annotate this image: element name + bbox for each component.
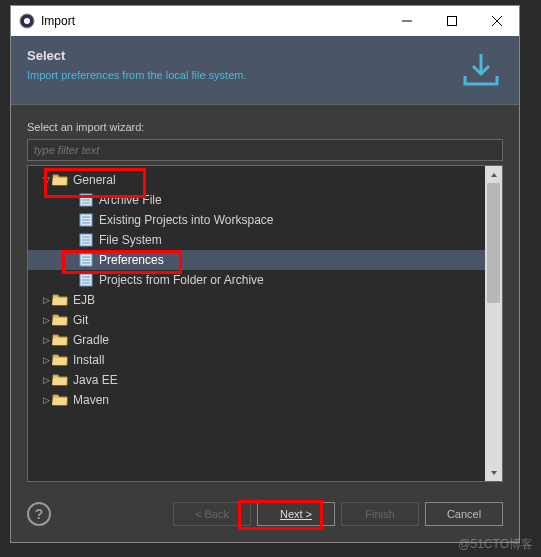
scroll-thumb[interactable] xyxy=(487,183,500,303)
help-button[interactable]: ? xyxy=(27,502,51,526)
folder-icon xyxy=(52,353,68,367)
file-icon xyxy=(78,273,94,287)
tree-folder[interactable]: ▷EJB xyxy=(28,290,485,310)
maximize-button[interactable] xyxy=(429,6,474,36)
tree-item-label: Maven xyxy=(73,393,109,407)
wizard-tree[interactable]: ▽GeneralArchive FileExisting Projects in… xyxy=(28,166,485,481)
file-icon xyxy=(78,233,94,247)
tree-folder[interactable]: ▽General xyxy=(28,170,485,190)
tree-item-label: Preferences xyxy=(99,253,164,267)
scroll-down-button[interactable] xyxy=(485,464,502,481)
filter-input[interactable] xyxy=(27,139,503,161)
folder-icon xyxy=(52,373,68,387)
tree-item-label: Git xyxy=(73,313,88,327)
tree-item-label: Existing Projects into Workspace xyxy=(99,213,274,227)
import-icon xyxy=(459,48,503,92)
tree-item[interactable]: Projects from Folder or Archive xyxy=(28,270,485,290)
tree-item-label: Java EE xyxy=(73,373,118,387)
tree-item-label: Gradle xyxy=(73,333,109,347)
finish-button[interactable]: Finish xyxy=(341,502,419,526)
expand-toggle[interactable]: ▷ xyxy=(40,395,52,405)
wizard-footer: ? < Back Next > Finish Cancel xyxy=(11,498,519,542)
wizard-description: Import preferences from the local file s… xyxy=(27,69,449,81)
tree-item-label: File System xyxy=(99,233,162,247)
folder-icon xyxy=(52,313,68,327)
next-button[interactable]: Next > xyxy=(257,502,335,526)
expand-toggle[interactable]: ▷ xyxy=(40,295,52,305)
tree-item-label: Archive File xyxy=(99,193,162,207)
window-title: Import xyxy=(41,14,384,28)
folder-icon xyxy=(52,393,68,407)
tree-item[interactable]: Existing Projects into Workspace xyxy=(28,210,485,230)
tree-item[interactable]: Preferences xyxy=(28,250,485,270)
wizard-prompt: Select an import wizard: xyxy=(27,121,503,133)
expand-toggle[interactable]: ▷ xyxy=(40,375,52,385)
tree-item-label: Projects from Folder or Archive xyxy=(99,273,264,287)
scroll-up-button[interactable] xyxy=(485,166,502,183)
tree-folder[interactable]: ▷Install xyxy=(28,350,485,370)
tree-item[interactable]: Archive File xyxy=(28,190,485,210)
expand-toggle[interactable]: ▷ xyxy=(40,355,52,365)
tree-folder[interactable]: ▷Gradle xyxy=(28,330,485,350)
folder-icon xyxy=(52,333,68,347)
close-button[interactable] xyxy=(474,6,519,36)
tree-item-label: EJB xyxy=(73,293,95,307)
folder-icon xyxy=(52,293,68,307)
svg-point-1 xyxy=(24,18,30,24)
minimize-button[interactable] xyxy=(384,6,429,36)
titlebar: Import xyxy=(11,6,519,36)
tree-container: ▽GeneralArchive FileExisting Projects in… xyxy=(27,165,503,482)
cancel-button[interactable]: Cancel xyxy=(425,502,503,526)
vertical-scrollbar[interactable] xyxy=(485,166,502,481)
tree-folder[interactable]: ▷Java EE xyxy=(28,370,485,390)
file-icon xyxy=(78,193,94,207)
expand-toggle[interactable]: ▽ xyxy=(40,175,52,185)
wizard-title: Select xyxy=(27,48,449,63)
file-icon xyxy=(78,253,94,267)
wizard-body: Select an import wizard: ▽GeneralArchive… xyxy=(11,105,519,498)
wizard-header: Select Import preferences from the local… xyxy=(11,36,519,105)
folder-icon xyxy=(52,173,68,187)
watermark: @51CTO博客 xyxy=(458,536,533,553)
file-icon xyxy=(78,213,94,227)
tree-item-label: Install xyxy=(73,353,104,367)
tree-item[interactable]: File System xyxy=(28,230,485,250)
tree-folder[interactable]: ▷Git xyxy=(28,310,485,330)
back-button[interactable]: < Back xyxy=(173,502,251,526)
tree-folder[interactable]: ▷Maven xyxy=(28,390,485,410)
expand-toggle[interactable]: ▷ xyxy=(40,315,52,325)
import-dialog: Import Select Import preferences from th… xyxy=(10,5,520,543)
app-icon xyxy=(19,13,35,29)
svg-rect-3 xyxy=(447,17,456,26)
expand-toggle[interactable]: ▷ xyxy=(40,335,52,345)
tree-item-label: General xyxy=(73,173,116,187)
